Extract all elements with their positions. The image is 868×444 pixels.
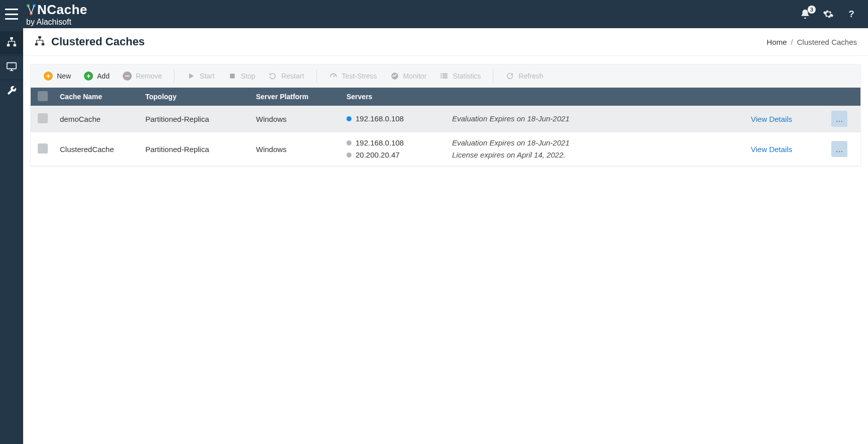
toolbar: + New + Add − Remove Start: [31, 64, 860, 88]
svg-rect-17: [443, 76, 448, 77]
status-dot-icon: [346, 116, 352, 121]
monitor-icon: [6, 61, 17, 74]
monitor-label: Monitor: [403, 72, 427, 80]
toolbar-separator: [316, 69, 317, 83]
hamburger-menu[interactable]: [5, 9, 18, 20]
sidebar-item-local[interactable]: [0, 55, 23, 79]
stats-label: Statistics: [453, 72, 481, 80]
svg-rect-8: [38, 36, 41, 39]
brand-logo[interactable]: NCache by Alachisoft: [26, 2, 88, 27]
page-title: Clustered Caches: [51, 35, 145, 48]
new-button[interactable]: + New: [40, 69, 75, 83]
cache-name: ClusteredCache: [59, 145, 144, 154]
col-name: Cache Name: [59, 93, 144, 101]
row-more-button[interactable]: …: [831, 111, 847, 127]
page-header: Clustered Caches Home / Clustered Caches: [23, 28, 868, 56]
start-label: Start: [200, 72, 215, 80]
table-header: Cache Name Topology Server Platform Serv…: [31, 88, 860, 106]
test-stress-button[interactable]: Test-Stress: [325, 69, 381, 83]
status-dot-icon: [346, 153, 352, 158]
minus-circle-icon: −: [123, 71, 132, 81]
refresh-label: Refresh: [518, 72, 543, 80]
svg-rect-7: [7, 62, 16, 68]
cache-platform: Windows: [255, 145, 345, 154]
cache-servers: 192.168.0.10820.200.20.47: [345, 137, 451, 161]
cache-topology: Partitioned-Replica: [144, 115, 255, 123]
status-dot-icon: [346, 140, 352, 145]
row-more-button[interactable]: …: [831, 141, 847, 157]
server-ip: 192.168.0.108: [356, 113, 404, 124]
monitor-button[interactable]: Monitor: [386, 69, 431, 83]
ellipsis-icon: …: [836, 115, 843, 123]
wrench-icon: [6, 85, 17, 98]
sidebar-item-clustered[interactable]: [0, 31, 23, 54]
remove-button[interactable]: − Remove: [119, 69, 166, 83]
col-platform: Server Platform: [255, 93, 345, 101]
cache-servers: 192.168.0.108: [345, 113, 451, 124]
restart-label: Restart: [281, 72, 304, 80]
refresh-icon: [505, 71, 514, 81]
breadcrumb-current: Clustered Caches: [797, 38, 857, 46]
restart-icon: [268, 71, 277, 81]
sitemap-icon: [34, 35, 45, 48]
cache-topology: Partitioned-Replica: [144, 145, 255, 154]
status-text: License expires on April 14, 2022.: [452, 150, 749, 161]
bell-icon[interactable]: 3: [800, 9, 811, 20]
svg-rect-6: [14, 44, 16, 47]
status-text: Evaluation Expires on 18-Jun-2021: [452, 137, 749, 149]
toolbar-separator: [493, 69, 493, 83]
cache-platform: Windows: [255, 115, 345, 123]
svg-rect-10: [42, 43, 45, 46]
breadcrumb-sep: /: [791, 38, 793, 46]
plus-circle-icon: +: [84, 71, 93, 81]
ellipsis-icon: …: [836, 145, 843, 154]
cache-name: demoCache: [59, 115, 144, 123]
cache-status: Evaluation Expires on 18-Jun-2021: [451, 113, 750, 124]
svg-rect-5: [7, 44, 10, 47]
add-button[interactable]: + Add: [80, 69, 114, 83]
cache-list-card: + New + Add − Remove Start: [30, 64, 861, 167]
stop-button[interactable]: Stop: [224, 69, 259, 83]
test-label: Test-Stress: [342, 72, 377, 80]
table-row: ClusteredCachePartitioned-ReplicaWindows…: [31, 132, 860, 166]
cache-status: Evaluation Expires on 18-Jun-2021License…: [451, 137, 750, 161]
brand-byline: by Alachisoft: [26, 18, 88, 27]
help-icon[interactable]: ?: [846, 9, 857, 20]
sitemap-icon: [6, 36, 17, 49]
play-icon: [187, 71, 196, 81]
svg-point-1: [33, 4, 36, 7]
sidebar: [0, 28, 23, 444]
restart-button[interactable]: Restart: [264, 69, 308, 83]
svg-rect-4: [10, 37, 13, 40]
view-details-link[interactable]: View Details: [751, 145, 792, 154]
list-icon: [440, 71, 449, 81]
row-checkbox[interactable]: [38, 143, 48, 154]
status-text: Evaluation Expires on 18-Jun-2021: [452, 113, 749, 124]
breadcrumb-home[interactable]: Home: [767, 38, 787, 46]
brand-name: NCache: [37, 2, 88, 18]
chart-icon: [390, 71, 399, 81]
gauge-icon: [329, 71, 338, 81]
breadcrumb: Home / Clustered Caches: [767, 38, 857, 46]
svg-rect-16: [443, 73, 448, 75]
svg-rect-18: [443, 77, 448, 78]
server-ip: 20.200.20.47: [356, 150, 400, 161]
server-ip: 192.168.0.108: [356, 137, 404, 149]
toolbar-separator: [174, 69, 175, 83]
gear-icon[interactable]: [823, 9, 834, 20]
remove-label: Remove: [136, 72, 162, 80]
sidebar-item-tools[interactable]: [0, 80, 23, 103]
statistics-button[interactable]: Statistics: [436, 69, 485, 83]
stop-icon: [228, 71, 237, 81]
plus-circle-icon: +: [44, 71, 53, 81]
svg-rect-15: [441, 77, 442, 78]
svg-text:?: ?: [849, 9, 854, 19]
start-button[interactable]: Start: [183, 69, 219, 83]
row-checkbox[interactable]: [38, 113, 48, 123]
table-body: demoCachePartitioned-ReplicaWindows192.1…: [31, 106, 860, 166]
view-details-link[interactable]: View Details: [751, 115, 792, 123]
col-topology: Topology: [144, 93, 255, 101]
select-all-checkbox[interactable]: [38, 91, 48, 101]
svg-rect-13: [441, 73, 442, 75]
refresh-button[interactable]: Refresh: [501, 69, 547, 83]
